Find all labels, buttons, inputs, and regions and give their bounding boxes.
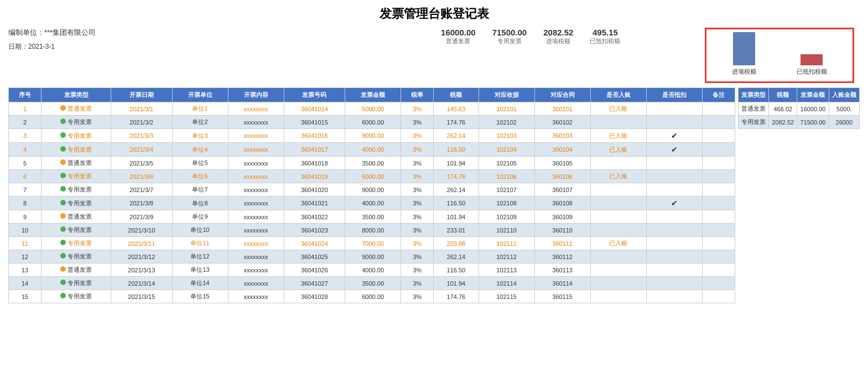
cell-content: xxxxxxxx (228, 129, 284, 143)
dot-icon (60, 200, 66, 205)
cell-booked (590, 250, 646, 264)
dot-icon (60, 105, 66, 111)
cell-no: 11 (9, 237, 41, 250)
bar-yidi (801, 54, 823, 65)
cell-type: 普通发票 (41, 210, 111, 224)
cell-receipt: 102102 (479, 116, 534, 129)
cell-invoice-no: 36041017 (284, 143, 345, 157)
bar-label-2: 已抵扣税额 (797, 68, 827, 76)
cell-deduct (646, 277, 702, 290)
table-row: 3 专用发票2021/3/3单位3xxxxxxxx360410169000.00… (9, 129, 735, 143)
cell-deduct (646, 157, 702, 170)
column-header: 税额 (434, 88, 479, 102)
cell-contract: 360102 (534, 116, 590, 129)
dot-icon (60, 253, 66, 259)
cell-date: 2021/3/7 (111, 183, 172, 197)
cell-invoice-no: 36041019 (284, 170, 345, 183)
cell-tax: 262.14 (434, 129, 479, 143)
cell-note (702, 250, 735, 264)
side-cell-type: 普通发票 (739, 102, 769, 116)
cell-date: 2021/3/6 (111, 170, 172, 183)
cell-booked: 已入账 (590, 170, 646, 183)
cell-content: xxxxxxxx (228, 197, 284, 210)
cell-date: 2021/3/5 (111, 157, 172, 170)
cell-content: xxxxxxxx (228, 277, 284, 290)
cell-rate: 3% (401, 277, 434, 290)
cell-unit: 单位13 (172, 264, 228, 277)
cell-deduct (646, 290, 702, 303)
cell-receipt: 102115 (479, 290, 534, 303)
cell-no: 15 (9, 290, 41, 303)
cell-booked (590, 224, 646, 237)
cell-amount: 8000.00 (345, 224, 401, 237)
cell-tax: 116.50 (434, 197, 479, 210)
cell-invoice-no: 36041027 (284, 277, 345, 290)
cell-rate: 3% (401, 224, 434, 237)
cell-note (702, 170, 735, 183)
cell-no: 4 (9, 143, 41, 157)
cell-amount: 9000.00 (345, 129, 401, 143)
cell-contract: 360113 (534, 264, 590, 277)
cell-receipt: 102108 (479, 197, 534, 210)
cell-tax: 101.94 (434, 157, 479, 170)
cell-booked (590, 290, 646, 303)
side-column-header: 发票类型 (739, 88, 769, 102)
cell-no: 5 (9, 157, 41, 170)
cell-tax: 262.14 (434, 183, 479, 197)
cell-contract: 360103 (534, 129, 590, 143)
cell-rate: 3% (401, 197, 434, 210)
dot-icon (60, 132, 66, 138)
side-table: 发票类型税额发票金额入账金额 普通发票 466.02 16000.00 5000… (738, 87, 860, 303)
cell-rate: 3% (401, 183, 434, 197)
cell-type: 专用发票 (41, 290, 111, 303)
cell-no: 14 (9, 277, 41, 290)
side-cell-amount: 71500.00 (797, 116, 829, 129)
cell-unit: 单位15 (172, 290, 228, 303)
cell-content: xxxxxxxx (228, 183, 284, 197)
cell-note (702, 129, 735, 143)
cell-deduct (646, 183, 702, 197)
company-label: 编制单位：***集团有限公司 (8, 28, 357, 38)
cell-amount: 7000.00 (345, 237, 401, 250)
cell-receipt: 102106 (479, 170, 534, 183)
cell-note (702, 224, 735, 237)
cell-content: xxxxxxxx (228, 237, 284, 250)
column-header: 发票类型 (41, 88, 111, 102)
check-icon: ✔ (671, 145, 678, 154)
dot-icon (60, 293, 66, 298)
cell-date: 2021/3/2 (111, 116, 172, 129)
column-header: 备注 (702, 88, 735, 102)
column-header: 开票内容 (228, 88, 284, 102)
cell-amount: 5000.00 (345, 102, 401, 116)
table-body: 1 普通发票2021/3/1单位1xxxxxxxx360410145000.00… (9, 102, 735, 303)
main-table: 序号发票类型开票日期开票单位开票内容发票号码发票金额税率税额对应收据对应合同是否… (8, 87, 735, 303)
cell-contract: 360101 (534, 102, 590, 116)
cell-content: xxxxxxxx (228, 264, 284, 277)
column-header: 对应收据 (479, 88, 534, 102)
cell-booked: 已入账 (590, 237, 646, 250)
cell-note (702, 290, 735, 303)
dot-icon (60, 186, 66, 192)
cell-date: 2021/3/15 (111, 290, 172, 303)
cell-contract: 360114 (534, 277, 590, 290)
cell-contract: 360115 (534, 290, 590, 303)
cell-amount: 9000.00 (345, 183, 401, 197)
column-header: 发票号码 (284, 88, 345, 102)
cell-type: 专用发票 (41, 143, 111, 157)
cell-tax: 101.94 (434, 210, 479, 224)
table-row: 11 专用发票2021/3/11单位11xxxxxxxx360410247000… (9, 237, 735, 250)
main-content: 序号发票类型开票日期开票单位开票内容发票号码发票金额税率税额对应收据对应合同是否… (8, 87, 860, 303)
cell-contract: 360111 (534, 237, 590, 250)
header-row: 序号发票类型开票日期开票单位开票内容发票号码发票金额税率税额对应收据对应合同是否… (9, 88, 735, 102)
side-header-row: 发票类型税额发票金额入账金额 (739, 88, 860, 102)
dot-icon (60, 118, 66, 124)
dot-icon (60, 159, 66, 165)
cell-tax: 262.14 (434, 250, 479, 264)
side-cell-booked: 5000. (829, 102, 859, 116)
cell-date: 2021/3/8 (111, 197, 172, 210)
cell-receipt: 102112 (479, 250, 534, 264)
cell-rate: 3% (401, 170, 434, 183)
date-label: 日期：2021-3-1 (8, 42, 357, 51)
cell-content: xxxxxxxx (228, 224, 284, 237)
cell-invoice-no: 36041014 (284, 102, 345, 116)
